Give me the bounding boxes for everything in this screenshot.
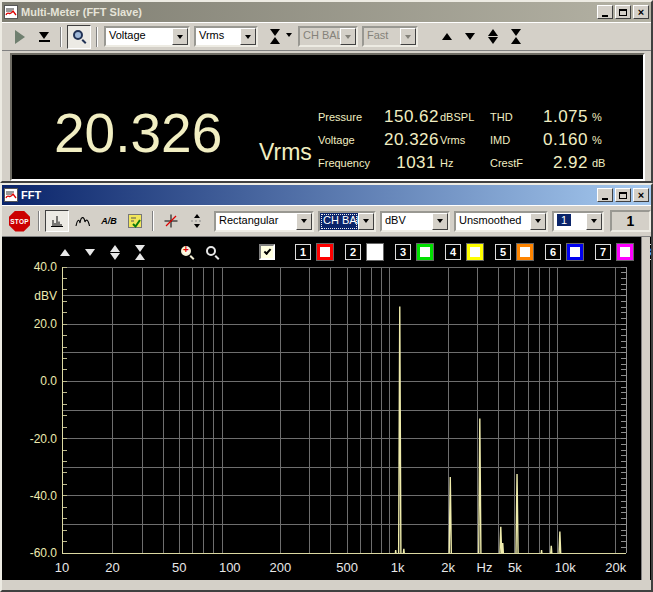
fft-window-title: FFT	[21, 189, 41, 201]
minimize-button[interactable]	[597, 188, 613, 202]
svg-text:dBV: dBV	[34, 289, 57, 303]
svg-text:100: 100	[219, 560, 241, 575]
channel-6-checkbox[interactable]	[567, 244, 583, 260]
meter-channel-combo[interactable]: CH BAL	[298, 26, 358, 47]
svg-text:-40.0: -40.0	[30, 489, 58, 503]
meter-speed-combo[interactable]: Fast	[362, 26, 418, 47]
averaging-combo[interactable]: 1	[552, 211, 604, 232]
shift-down-button[interactable]	[85, 249, 95, 256]
fft-window: FFT × STOP A/B	[0, 183, 653, 592]
svg-text:-20.0: -20.0	[30, 432, 58, 446]
chevron-down-icon[interactable]	[286, 33, 292, 40]
settings-checklist-button[interactable]	[123, 210, 147, 232]
fit-vertical-icon	[189, 213, 205, 229]
window-function-combo[interactable]: Rectangular	[214, 211, 314, 232]
all-channels-checkbox[interactable]	[259, 244, 275, 260]
toolbar-separator	[152, 211, 154, 231]
channel-3-label[interactable]: 3	[395, 244, 411, 260]
reading-value: 0.160	[542, 130, 588, 150]
multimeter-app-icon	[4, 5, 18, 19]
channel-list: 12345678	[295, 244, 651, 260]
maximize-button[interactable]	[615, 5, 631, 19]
spectrum-bars-icon	[49, 213, 65, 229]
reading-unit: dB	[592, 157, 620, 169]
chevron-down-icon[interactable]	[530, 213, 546, 230]
reading-label: Pressure	[318, 111, 380, 123]
smoothing-combo[interactable]: Unsmoothed	[454, 211, 548, 232]
zoom-out-button[interactable]	[206, 246, 219, 259]
channel-1-checkbox[interactable]	[317, 244, 333, 260]
scale-up-button[interactable]	[442, 33, 452, 40]
channel-2-checkbox[interactable]	[367, 244, 383, 260]
svg-text:20: 20	[105, 560, 119, 575]
reading-label: Frequency	[318, 157, 380, 169]
svg-text:10k: 10k	[555, 560, 576, 575]
readings-panel: Pressure 150.62 dBSPL THD 1.075 % Voltag…	[318, 105, 620, 174]
channel-3-checkbox[interactable]	[417, 244, 433, 260]
reading-unit: Vrms	[440, 134, 486, 146]
chevron-down-icon[interactable]	[296, 213, 312, 230]
reading-label: CrestF	[490, 157, 538, 169]
zoom-in-button[interactable]: +	[181, 246, 194, 259]
multimeter-titlebar[interactable]: Multi-Meter (FFT Slave) ×	[2, 2, 651, 22]
channel-6-label[interactable]: 6	[545, 244, 561, 260]
maximize-button[interactable]	[615, 188, 631, 202]
scale-down-button[interactable]	[465, 33, 475, 40]
check-icon	[264, 247, 272, 255]
meter-unit-combo[interactable]: Vrms	[194, 26, 258, 47]
chevron-down-icon[interactable]	[586, 213, 602, 230]
fft-titlebar[interactable]: FFT ×	[2, 185, 651, 205]
channel-2-label[interactable]: 2	[345, 244, 361, 260]
reading-unit: Hz	[440, 157, 486, 169]
fft-channel-combo[interactable]: CH BAL	[318, 211, 376, 232]
channel-5-checkbox[interactable]	[517, 244, 533, 260]
chevron-down-icon[interactable]	[172, 28, 188, 45]
chevron-down-icon[interactable]	[432, 213, 448, 230]
fit-y-scale-button[interactable]	[185, 210, 209, 232]
reading-unit: %	[592, 111, 620, 123]
toolbar-separator	[38, 211, 40, 231]
chevron-down-icon[interactable]	[358, 213, 374, 230]
axes-setup-button[interactable]	[159, 210, 183, 232]
multimeter-window: Multi-Meter (FFT Slave) ×	[0, 0, 653, 183]
compress-scale-button[interactable]	[135, 245, 145, 260]
channel-7-label[interactable]: 7	[595, 244, 611, 260]
minimize-button[interactable]	[597, 5, 613, 19]
compress-vertical-icon	[270, 29, 280, 44]
run-button[interactable]	[9, 26, 31, 48]
channel-1-label[interactable]: 1	[295, 244, 311, 260]
octave-band-view-button[interactable]	[71, 210, 95, 232]
chevron-down-icon[interactable]	[340, 28, 356, 45]
svg-text:-60.0: -60.0	[30, 546, 58, 560]
go-to-end-button[interactable]	[33, 26, 55, 48]
chevron-down-icon[interactable]	[240, 28, 256, 45]
collapse-scale-button[interactable]	[265, 26, 285, 48]
average-count-display: 1	[610, 210, 651, 232]
close-button[interactable]: ×	[633, 5, 649, 19]
channel-4-label[interactable]: 4	[445, 244, 461, 260]
channel-4-checkbox[interactable]	[467, 244, 483, 260]
magnifier-icon	[73, 30, 86, 43]
reading-unit: dBSPL	[440, 111, 486, 123]
fft-plot[interactable]: 40.020.00.0-20.0-40.0-60.0dBV10205010020…	[2, 237, 651, 580]
close-button[interactable]: ×	[633, 188, 649, 202]
svg-text:Hz: Hz	[477, 560, 493, 575]
expand-scale-button[interactable]	[110, 245, 120, 260]
parameter-combo[interactable]: Voltage	[104, 26, 190, 47]
spectrum-view-button[interactable]	[45, 210, 69, 232]
shift-up-button[interactable]	[60, 249, 70, 256]
expand-scale-button[interactable]	[488, 29, 498, 44]
zoom-tool-button[interactable]	[67, 25, 91, 49]
channel-5-label[interactable]: 5	[495, 244, 511, 260]
stop-button[interactable]: STOP	[6, 208, 33, 235]
compress-scale-button[interactable]	[511, 29, 521, 44]
graph-controls: + 12345678	[2, 240, 651, 264]
svg-text:50: 50	[172, 560, 186, 575]
channel-7-checkbox[interactable]	[617, 244, 633, 260]
amplitude-unit-combo[interactable]: dBV	[380, 211, 450, 232]
checklist-icon	[127, 213, 143, 229]
play-icon	[15, 30, 25, 44]
reading-value: 20.326	[384, 130, 436, 150]
chevron-down-icon[interactable]	[400, 28, 416, 45]
overlay-compare-button[interactable]: A/B	[97, 210, 121, 232]
